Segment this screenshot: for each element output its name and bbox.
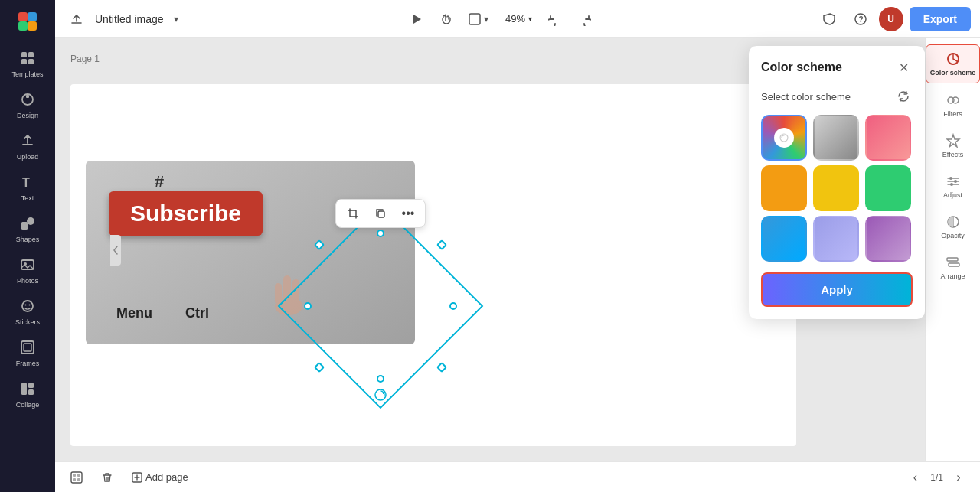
sidebar-item-upload-label: Upload <box>17 153 39 161</box>
svg-rect-3 <box>28 21 37 31</box>
color-swatch-gray[interactable] <box>813 115 859 161</box>
svg-text:?: ? <box>858 15 863 24</box>
hand-tool-button[interactable] <box>433 7 458 31</box>
svg-point-12 <box>27 217 34 225</box>
right-panel-color-scheme[interactable]: Color scheme <box>926 44 980 83</box>
right-panel-filters-label: Filters <box>943 110 962 118</box>
panel-header: Color scheme ✕ <box>761 58 913 77</box>
color-swatch-green[interactable] <box>865 165 911 211</box>
prev-page-button[interactable]: ‹ <box>903 465 927 490</box>
svg-rect-9 <box>26 95 29 98</box>
title-dropdown-button[interactable]: ▾ <box>168 11 184 27</box>
collage-icon <box>18 380 37 398</box>
zoom-value: 49% <box>505 13 525 24</box>
color-swatch-blue[interactable] <box>761 216 807 262</box>
undo-button[interactable] <box>543 7 567 31</box>
color-swatch-multicolor[interactable] <box>761 115 807 161</box>
sidebar-item-text[interactable]: T Text <box>0 167 55 208</box>
svg-rect-20 <box>21 383 27 395</box>
panel-title: Color scheme <box>761 60 842 74</box>
right-panel-effects-label: Effects <box>942 151 963 158</box>
color-swatches-grid <box>761 115 913 262</box>
add-page-label: Add page <box>145 471 188 483</box>
svg-rect-0 <box>18 12 28 21</box>
refresh-button[interactable] <box>894 87 913 106</box>
color-swatch-purple[interactable] <box>865 216 911 262</box>
sidebar-item-shapes[interactable]: Shapes <box>0 208 55 249</box>
bottombar: Add page ‹ 1/1 › <box>55 461 980 492</box>
sidebar-item-photos-label: Photos <box>17 277 38 285</box>
right-panel-arrange[interactable]: Arrange <box>926 249 980 286</box>
sidebar-item-shapes-label: Shapes <box>16 236 40 243</box>
color-swatch-yellow[interactable] <box>813 165 859 211</box>
right-panel-color-scheme-label: Color scheme <box>930 69 976 77</box>
color-scheme-panel: Color scheme ✕ Select color scheme <box>749 46 925 319</box>
svg-rect-5 <box>28 52 34 57</box>
document-title: Untitled image ▾ <box>95 11 184 27</box>
svg-rect-2 <box>18 21 28 31</box>
page-label: Page 1 <box>70 54 100 64</box>
right-panel-opacity-label: Opacity <box>941 232 965 239</box>
frames-icon <box>18 338 37 357</box>
shield-button[interactable] <box>818 7 842 31</box>
svg-rect-4 <box>21 52 27 57</box>
svg-rect-37 <box>73 474 76 477</box>
svg-rect-49 <box>947 258 958 261</box>
duplicate-button[interactable] <box>370 203 391 224</box>
bottombar-right: ‹ 1/1 › <box>903 465 971 490</box>
redo-button[interactable] <box>572 7 596 31</box>
svg-rect-38 <box>77 474 80 477</box>
page-indicator: 1/1 <box>930 472 943 483</box>
panel-subtitle: Select color scheme <box>761 91 851 103</box>
zoom-control[interactable]: 49% ▾ <box>499 10 538 28</box>
next-page-button[interactable]: › <box>946 465 971 490</box>
right-panel: Color scheme Filters Effects Adjust <box>925 38 980 461</box>
apply-button[interactable]: Apply <box>761 272 913 307</box>
selection-toolbar: ••• <box>335 199 426 228</box>
svg-marker-23 <box>413 15 421 24</box>
text-icon: T <box>18 173 37 191</box>
panel-subtitle-row: Select color scheme <box>761 87 913 106</box>
more-options-button[interactable]: ••• <box>397 203 419 224</box>
frame-button[interactable]: ▾ <box>462 7 495 31</box>
app-logo[interactable] <box>12 6 43 37</box>
right-panel-filters[interactable]: Filters <box>926 86 980 124</box>
add-page-button[interactable]: Add page <box>126 468 194 486</box>
sidebar-item-design[interactable]: Design <box>0 84 55 125</box>
sidebar-item-collage[interactable]: Collage <box>0 373 55 415</box>
sidebar-item-frames[interactable]: Frames <box>0 332 55 373</box>
svg-rect-34 <box>378 211 384 217</box>
delete-page-button[interactable] <box>95 465 119 490</box>
sidebar-item-templates[interactable]: Templates <box>0 43 55 84</box>
sidebar-item-photos[interactable]: Photos <box>0 249 55 291</box>
user-avatar[interactable]: U <box>879 7 903 31</box>
preview-button[interactable] <box>404 7 429 31</box>
save-button[interactable] <box>64 7 89 31</box>
color-swatch-pink[interactable] <box>865 115 911 161</box>
photos-icon <box>18 256 37 274</box>
svg-rect-21 <box>28 383 34 388</box>
sidebar-item-stickers[interactable]: Stickers <box>0 291 55 332</box>
sidebar-item-stickers-label: Stickers <box>15 318 40 326</box>
page-thumbnail-button[interactable] <box>64 465 89 490</box>
sidebar-item-text-label: Text <box>21 194 34 202</box>
design-icon <box>18 90 37 109</box>
sidebar-item-upload[interactable]: Upload <box>0 125 55 167</box>
help-button[interactable]: ? <box>848 7 873 31</box>
color-swatch-orange[interactable] <box>761 165 807 211</box>
right-panel-opacity[interactable]: Opacity <box>926 208 980 246</box>
color-swatch-purple-blue[interactable] <box>813 216 859 262</box>
right-panel-adjust[interactable]: Adjust <box>926 168 980 205</box>
svg-rect-50 <box>949 263 959 266</box>
svg-rect-33 <box>275 283 282 305</box>
right-panel-effects[interactable]: Effects <box>926 127 980 165</box>
export-button[interactable]: Export <box>910 7 971 31</box>
sidebar-collapse-handle[interactable] <box>110 235 121 266</box>
topbar: Untitled image ▾ ▾ 49% ▾ <box>55 0 980 38</box>
panel-close-button[interactable]: ✕ <box>894 58 913 77</box>
svg-rect-7 <box>28 59 34 64</box>
svg-point-45 <box>949 177 952 180</box>
svg-rect-24 <box>469 14 480 24</box>
crop-button[interactable] <box>342 203 364 224</box>
upload-icon <box>18 132 37 150</box>
